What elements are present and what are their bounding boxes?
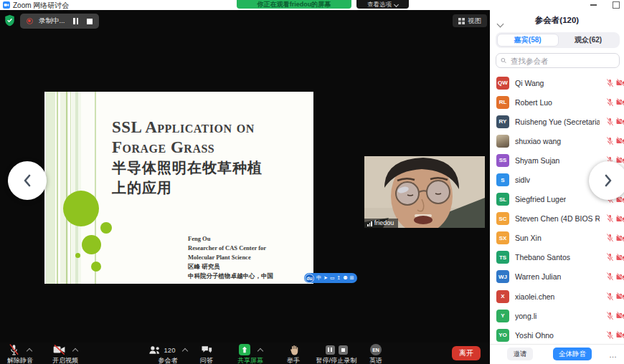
qa-label: 问答 [200, 356, 213, 364]
raise-hand-button[interactable]: 举手 [280, 344, 307, 364]
participant-row[interactable]: QW Qi Wang [490, 73, 624, 92]
mic-muted-icon [606, 79, 614, 87]
participant-row[interactable]: shuxiao wang [490, 131, 624, 150]
window-title: Zoom 网络研讨会 [13, 1, 69, 11]
mic-muted-icon [9, 344, 19, 355]
language-icon[interactable]: 中 [316, 273, 321, 283]
recording-indicator: 录制中... [20, 14, 99, 29]
participant-row[interactable]: WJ Warren Julian [490, 267, 624, 287]
start-video-button[interactable]: 开启视频 [43, 344, 88, 364]
mic-options-chevron[interactable] [27, 348, 32, 353]
participant-name: sidlv [515, 176, 530, 184]
interpretation-button[interactable]: EN 英语 [361, 344, 390, 364]
participant-avatar: SC [496, 212, 509, 225]
unmute-label: 解除静音 [7, 356, 33, 364]
participant-avatar: SX [496, 231, 509, 244]
participants-count: 120 [164, 346, 176, 354]
mic-muted-icon [606, 292, 614, 301]
participant-row[interactable]: RY Ruisheng Yue (Secretariat of the... [490, 112, 624, 131]
mic-muted-icon [606, 312, 614, 320]
mic-muted-icon [606, 118, 614, 126]
share-screen-button[interactable]: 共享屏幕 [228, 344, 273, 364]
pause-stop-recording-button[interactable]: 暂停/停止录制 [311, 344, 361, 364]
security-shield-icon[interactable] [4, 14, 15, 29]
rectangle-icon[interactable]: ▭ [330, 273, 335, 283]
pause-recording-button[interactable] [73, 18, 78, 24]
unmute-button[interactable]: 解除静音 [0, 344, 40, 364]
participant-avatar: SS [496, 154, 509, 167]
minimize-button[interactable] [590, 4, 597, 6]
participant-avatar: Y [496, 310, 509, 322]
video-options-chevron[interactable] [72, 348, 78, 353]
participant-name: Thebano Santos [515, 253, 570, 262]
slide-stripe [95, 92, 96, 284]
raise-hand-icon [289, 345, 298, 355]
share-screen-label: 共享屏幕 [237, 356, 263, 364]
participant-avatar: SL [496, 193, 509, 206]
shared-screen-area: 录制中... 视图 SSL Application on Forage Gras… [0, 10, 490, 343]
stop-icon[interactable] [339, 345, 348, 355]
maximize-button[interactable] [613, 1, 620, 9]
qa-button[interactable]: 问答 [191, 344, 222, 364]
video-off-icon [616, 215, 624, 223]
tab-attendees[interactable]: 观众(62) [559, 34, 619, 47]
upload-icon[interactable]: ↥ [337, 273, 341, 283]
view-button[interactable]: 视图 [453, 14, 487, 27]
participant-row[interactable]: SC Steven Chen (4D BIOS R&D) [490, 209, 624, 229]
participant-row[interactable]: X xiaolei.chen [490, 287, 624, 306]
start-video-label: 开启视频 [52, 356, 78, 364]
grid-view-icon [458, 18, 465, 24]
slide-author-block: Feng Ou Researcher of CAS Center for Mol… [188, 234, 273, 281]
participant-row[interactable]: RL Robert Luo [490, 92, 624, 112]
slide-decoration-circle [75, 253, 80, 258]
participant-row[interactable]: SX Sun Xin [490, 229, 624, 248]
chevron-right-icon [603, 173, 613, 188]
participant-row[interactable]: YO Yoshi Ohno [490, 325, 624, 345]
more-options-button[interactable]: … [605, 349, 619, 360]
video-off-icon [616, 118, 624, 125]
search-input[interactable] [509, 56, 615, 66]
view-options-button[interactable]: 查看选项 [356, 0, 409, 9]
leave-button[interactable]: 离开 [452, 346, 481, 360]
tab-panelists[interactable]: 嘉宾(58) [497, 34, 559, 47]
person-icon[interactable]: ⚉ [343, 273, 347, 283]
pointer-icon[interactable]: ➤ [323, 273, 328, 283]
video-name-label: friedou [364, 219, 398, 228]
video-off-icon [53, 345, 65, 355]
title-bar: Zoom 网络研讨会 你正在观看friedou的屏幕 查看选项 [0, 0, 624, 10]
view-options-label: 查看选项 [367, 0, 392, 9]
mic-muted-icon [606, 98, 614, 107]
video-off-icon [616, 312, 624, 320]
participants-icon [148, 345, 161, 355]
participant-avatar: WJ [496, 270, 509, 283]
participant-name: yong.li [515, 312, 536, 320]
mute-all-button[interactable]: 全体静音 [553, 348, 592, 360]
speaker-video-thumbnail[interactable]: friedou [364, 156, 485, 228]
participant-avatar: YO [496, 329, 509, 342]
slide-title-zh-line1: 半导体照明在牧草种植 [112, 158, 263, 178]
share-options-chevron[interactable] [257, 348, 263, 353]
stop-recording-button[interactable] [87, 19, 93, 24]
slide-stripe [57, 92, 58, 284]
participant-avatar: TS [496, 251, 509, 264]
grid-icon[interactable]: ⊞ [350, 273, 354, 283]
author-line: Feng Ou [188, 234, 273, 244]
chevron-down-icon [394, 1, 399, 6]
pause-icon[interactable] [326, 345, 335, 355]
participant-row[interactable]: TS Thebano Santos [490, 248, 624, 267]
search-icon [501, 57, 506, 64]
participant-name: Robert Luo [515, 98, 552, 107]
invite-button[interactable]: 邀请 [507, 348, 533, 360]
video-off-icon [616, 98, 624, 106]
view-button-label: 视图 [468, 16, 481, 26]
previous-page-arrow[interactable] [8, 161, 47, 200]
recording-label: 录制中... [39, 16, 65, 26]
mic-muted-icon [606, 272, 614, 281]
participant-row[interactable]: Y yong.li [490, 306, 624, 325]
participants-tabs: 嘉宾(58) 观众(62) [496, 32, 620, 48]
annotation-toolbar[interactable]: du 中 ➤ ▭ ↥ ⚉ ⊞ [304, 273, 357, 283]
slide-decoration-circle [82, 235, 101, 254]
next-page-arrow[interactable] [589, 161, 624, 200]
participants-button[interactable]: 120 参会者 [141, 344, 195, 364]
participants-options-chevron[interactable] [182, 348, 188, 353]
